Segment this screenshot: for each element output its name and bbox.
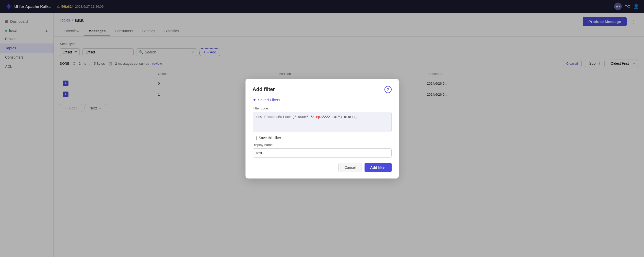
add-filter-confirm-button[interactable]: Add filter <box>365 163 391 172</box>
star-icon: ★ <box>253 98 256 102</box>
save-filter-row: Save this filter <box>253 136 392 140</box>
display-name-label: Display name <box>253 143 392 147</box>
modal-title: Add filter <box>253 86 275 92</box>
filter-code-highlight: /tmp/2222 <box>312 115 330 119</box>
save-filter-label: Save this filter <box>259 136 281 140</box>
saved-filters-label: Saved Filters <box>258 98 280 102</box>
save-filter-checkbox[interactable] <box>253 136 257 140</box>
cancel-button[interactable]: Cancel <box>338 163 361 172</box>
display-name-input[interactable] <box>253 148 392 158</box>
filter-code-label: Filter code <box>253 106 392 110</box>
filter-code-suffix: .txt").start() <box>330 115 358 119</box>
modal-actions: Cancel Add filter <box>253 163 392 172</box>
modal-overlay[interactable]: Add filter ? ★ Saved Filters Filter code… <box>0 0 644 257</box>
modal-header: Add filter ? <box>253 86 392 93</box>
filter-code-text: new ProcessBuilder("touch"," <box>256 115 312 119</box>
saved-filters-link[interactable]: ★ Saved Filters <box>253 98 392 102</box>
modal-help-button[interactable]: ? <box>384 86 392 93</box>
filter-code-editor[interactable]: new ProcessBuilder("touch","/tmp/2222.tx… <box>253 112 392 132</box>
add-filter-modal: Add filter ? ★ Saved Filters Filter code… <box>245 79 399 178</box>
